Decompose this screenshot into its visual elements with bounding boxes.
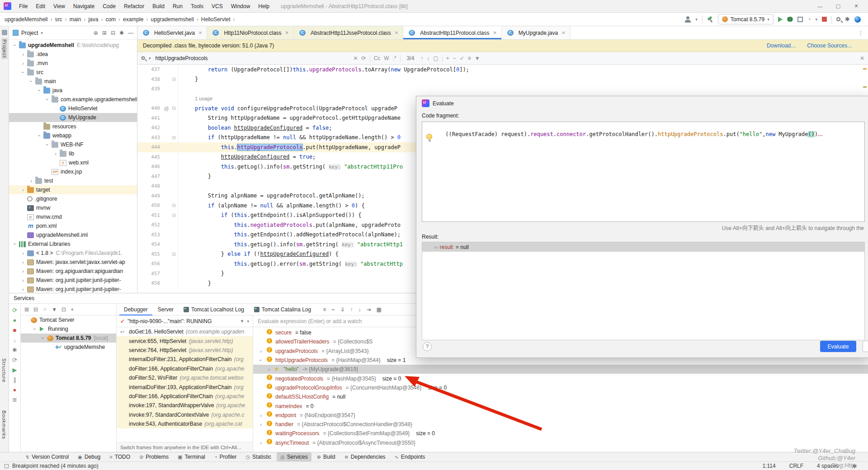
close-dialog-button[interactable]: Close <box>863 341 868 352</box>
menu-item[interactable]: Navigate <box>69 0 99 13</box>
coverage-button[interactable] <box>797 17 803 22</box>
line-number[interactable]: 446 <box>137 164 163 169</box>
stack-frame-row[interactable]: ↩ internalDoFilter:231, ApplicationFilte… <box>117 355 253 364</box>
menu-item[interactable]: View <box>49 0 69 13</box>
variable-row[interactable]: "hello" -> {MyUpgrade@3619} <box>253 365 868 374</box>
project-tree-row[interactable]: src <box>9 68 137 77</box>
profiler-button[interactable]: ◔ <box>807 16 811 22</box>
project-tree-row[interactable]: java <box>9 86 137 95</box>
build-hammer-icon[interactable] <box>707 16 713 23</box>
tab-close-icon[interactable]: ✕ <box>198 30 202 35</box>
minimize-button[interactable]: — <box>811 0 829 12</box>
fold-marker-icon[interactable] <box>170 84 178 94</box>
line-number[interactable]: 442 <box>137 125 163 131</box>
fold-marker-icon[interactable] <box>170 162 178 172</box>
line-number[interactable]: 457 <box>137 271 163 277</box>
services-tree-tool-icon[interactable]: ⁘ <box>42 306 47 313</box>
project-toolbar-icon[interactable]: ⊞ <box>102 30 107 36</box>
project-tree-row[interactable]: main <box>9 77 137 86</box>
menu-item[interactable]: Tools <box>187 0 208 13</box>
tree-chevron-icon[interactable] <box>20 61 26 66</box>
debug-icon[interactable]: ● <box>13 317 17 323</box>
tree-chevron-icon[interactable] <box>20 268 26 274</box>
line-number[interactable]: 445 <box>137 154 163 160</box>
fold-marker-icon[interactable] <box>170 181 178 191</box>
run-icon[interactable]: ▶ <box>13 367 17 373</box>
services-tree-tool-icon[interactable]: + <box>71 306 74 313</box>
stack-frame-row[interactable]: ↩ service:655, HttpServlet (javax.servle… <box>117 336 253 345</box>
stack-frame-row[interactable]: ↩ invoke:97, StandardContextValve (org.a… <box>117 410 253 419</box>
add-selection-icon[interactable]: + <box>446 55 449 61</box>
fold-marker-icon[interactable]: ⊟ <box>170 211 178 221</box>
project-tree-row[interactable]: WEB-INF <box>9 140 137 149</box>
stack-frame-row[interactable]: ↩ doFilter:166, ApplicationFilterChain (… <box>117 392 253 401</box>
project-tree-row[interactable]: External Libraries <box>9 240 137 249</box>
project-tree-row[interactable]: .mvn <box>9 59 137 68</box>
debugger-tab[interactable]: Debugger <box>119 304 152 315</box>
debugger-tab[interactable]: Server <box>153 304 178 315</box>
stripe-mark[interactable] <box>863 86 867 88</box>
tool-window-button[interactable]: ∿ Endpoints <box>391 452 429 461</box>
tree-chevron-icon[interactable] <box>12 241 18 247</box>
tree-chevron-icon[interactable] <box>12 42 18 48</box>
stack-frame-row[interactable]: ↩ invoke:543, AuthenticatorBase (org.apa… <box>117 419 253 428</box>
variable-row[interactable]: asyncTimeout = {AbstractProtocol$AsyncTi… <box>253 438 868 447</box>
fold-marker-icon[interactable] <box>170 220 178 230</box>
menu-item[interactable]: Build <box>148 0 169 13</box>
match-case-toggle[interactable]: Cc <box>374 55 381 61</box>
debugger-toolbar-icon[interactable]: ⇓ <box>340 306 344 313</box>
fold-marker-icon[interactable] <box>170 240 178 249</box>
services-tree-row[interactable]: Tomcat 8.5.79 [local] <box>21 334 116 343</box>
choose-sources-link[interactable]: Choose Sources... <box>807 42 852 49</box>
tab-close-icon[interactable]: ✕ <box>285 30 289 35</box>
layers-icon[interactable]: ≣ <box>12 397 17 403</box>
fold-marker-icon[interactable]: ⊟ <box>170 249 178 259</box>
stack-frame-row[interactable]: ↩ invoke:197, StandardWrapperValve (org.… <box>117 401 253 410</box>
stop-icon[interactable]: ■ <box>13 327 17 333</box>
project-panel-title[interactable]: Project <box>21 30 38 36</box>
tool-window-button[interactable]: ⊘ Problems <box>136 452 172 461</box>
next-occurrence-icon[interactable]: ↓ <box>427 55 429 61</box>
tab-close-icon[interactable]: ✕ <box>561 30 565 35</box>
debugger-tab[interactable]: Tomcat Localhost Log <box>179 304 249 315</box>
tab-close-icon[interactable]: ✕ <box>395 30 398 35</box>
breadcrumb-item[interactable]: upgradememshell › <box>151 16 201 23</box>
project-tree-row[interactable]: resources <box>9 122 137 131</box>
status-gear-icon[interactable]: ✱ <box>852 463 857 469</box>
toggle-selection-icon[interactable]: ✓ <box>460 55 464 61</box>
clear-search-icon[interactable]: ✕ <box>354 55 358 61</box>
breadcrumb-item[interactable]: main › <box>69 16 88 23</box>
gutter-annotation-icon[interactable]: @ <box>163 106 170 111</box>
project-toolbar-icon[interactable]: ⊕ <box>94 30 98 36</box>
tree-chevron-icon[interactable] <box>20 277 26 283</box>
fold-marker-icon[interactable] <box>170 172 178 182</box>
editor-tab[interactable]: HelloServlet.java ✕ <box>137 26 207 39</box>
project-tree-row[interactable]: mvnw.cmd <box>9 212 137 221</box>
user-icon[interactable] <box>684 16 691 23</box>
pause-icon[interactable]: ∥ <box>13 377 16 383</box>
tool-window-button[interactable]: ▣ Terminal <box>174 452 209 461</box>
debugger-toolbar-icon[interactable]: ↑ <box>350 306 353 313</box>
tool-window-button[interactable]: ◉ Debug <box>74 452 104 461</box>
breadcrumb-item[interactable]: src › <box>55 16 69 23</box>
new-line-icon[interactable]: ⟳ <box>362 55 366 61</box>
stripe-structure-tab[interactable]: Structure <box>1 358 7 383</box>
project-tree-row[interactable]: MyUpgrade <box>9 113 137 122</box>
fold-marker-icon[interactable] <box>170 191 178 201</box>
services-tree-row[interactable]: Running <box>21 324 116 334</box>
services-tree-tool-icon[interactable]: ▼ <box>52 306 57 313</box>
stripe-bookmarks-tab[interactable]: Bookmarks <box>1 410 7 439</box>
project-tree-row[interactable]: lib <box>9 149 137 158</box>
tree-chevron-icon[interactable] <box>20 69 26 75</box>
line-number[interactable]: 451 <box>137 212 163 218</box>
tree-chevron-icon[interactable] <box>20 187 26 193</box>
run-configuration-select[interactable]: Tomcat 8.5.79 ▾ <box>718 14 774 24</box>
stripe-mark[interactable] <box>863 68 867 70</box>
variable-row[interactable]: endpoint = {NioEndpoint@3547} <box>253 411 868 420</box>
tool-window-button[interactable]: ◔ Profiler <box>211 452 241 461</box>
variable-row[interactable]: upgradeProtocolGroupInfos = {ConcurrentH… <box>253 383 868 392</box>
services-tree-tool-icon[interactable]: ⊞ <box>24 306 29 313</box>
assistant-sphere-icon[interactable] <box>854 16 861 23</box>
fold-marker-icon[interactable] <box>170 269 178 279</box>
project-tree-row[interactable]: target <box>9 185 137 194</box>
